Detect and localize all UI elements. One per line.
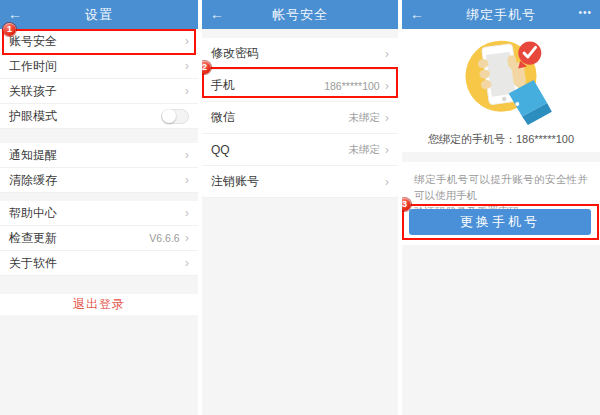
menu-label: 关于软件	[9, 255, 57, 272]
back-arrow-icon[interactable]: ←	[8, 0, 22, 29]
phone-in-hand-illustration	[443, 32, 559, 128]
change-phone-button[interactable]: 更换手机号	[409, 209, 591, 235]
chevron-right-icon: ›	[185, 59, 189, 72]
menu-item-notifications[interactable]: 通知提醒 ›	[0, 143, 198, 168]
section-divider	[0, 193, 198, 201]
menu-item-work-time[interactable]: 工作时间 ›	[0, 54, 198, 79]
menu-label: 清除缓存	[9, 172, 57, 189]
section-divider	[202, 29, 398, 38]
menu-label: 账号安全	[9, 33, 57, 50]
account-title: 帐号安全	[272, 6, 328, 24]
qq-bind-status: 未绑定	[348, 143, 380, 157]
menu-item-account-security[interactable]: 账号安全 ›	[0, 29, 198, 54]
menu-label: 注销账号	[211, 173, 259, 190]
menu-label: 手机	[211, 77, 235, 94]
account-group: 修改密码 › 手机 186*****100 › 微信 未绑定 › QQ 未绑定 …	[202, 38, 398, 198]
menu-label: 护眼模式	[9, 108, 57, 125]
tutorial-composite: ← 设置 账号安全 › 工作时间 › 关联孩子 › 护眼模式	[0, 0, 600, 415]
settings-appbar: ← 设置	[0, 0, 198, 29]
logout-button[interactable]: 退出登录	[0, 294, 198, 315]
empty-area	[202, 198, 398, 415]
menu-item-linked-child[interactable]: 关联孩子 ›	[0, 79, 198, 104]
chevron-right-icon: ›	[385, 143, 389, 156]
back-arrow-icon[interactable]: ←	[410, 0, 424, 29]
chevron-right-icon: ›	[185, 206, 189, 219]
empty-area	[0, 315, 198, 415]
menu-label: 通知提醒	[9, 147, 57, 164]
settings-title: 设置	[85, 6, 113, 24]
chevron-right-icon: ›	[185, 34, 189, 47]
chevron-right-icon: ›	[385, 111, 389, 124]
menu-label: 微信	[211, 109, 235, 126]
chevron-right-icon: ›	[185, 148, 189, 161]
menu-label: QQ	[211, 143, 230, 157]
logout-label: 退出登录	[73, 296, 125, 313]
menu-label: 修改密码	[211, 45, 259, 62]
chevron-right-icon: ›	[185, 84, 189, 97]
account-security-screen: ← 帐号安全 修改密码 › 手机 186*****100 › 微信 未绑定 ›	[202, 0, 398, 415]
section-divider	[0, 276, 198, 294]
section-divider	[0, 129, 198, 143]
menu-item-delete-account[interactable]: 注销账号 ›	[202, 166, 398, 198]
menu-label: 关联孩子	[9, 83, 57, 100]
settings-group-3: 帮助中心 › 检查更新 V6.6.6 › 关于软件 ›	[0, 201, 198, 276]
phone-number-value: 186*****100	[324, 80, 379, 92]
menu-item-help-center[interactable]: 帮助中心 ›	[0, 201, 198, 226]
account-appbar: ← 帐号安全	[202, 0, 398, 29]
menu-label: 帮助中心	[9, 205, 57, 222]
bound-phone-number-text: 您绑定的手机号：186*****100	[402, 132, 600, 147]
menu-item-check-update[interactable]: 检查更新 V6.6.6 ›	[0, 226, 198, 251]
menu-item-qq[interactable]: QQ 未绑定 ›	[202, 134, 398, 166]
bind-appbar: ← 绑定手机号 •••	[402, 0, 600, 29]
menu-item-change-password[interactable]: 修改密码 ›	[202, 38, 398, 70]
menu-item-eye-protection[interactable]: 护眼模式	[0, 104, 198, 129]
menu-item-wechat[interactable]: 微信 未绑定 ›	[202, 102, 398, 134]
menu-item-phone[interactable]: 手机 186*****100 ›	[202, 70, 398, 102]
bind-phone-screen: ← 绑定手机号 •••	[402, 0, 600, 415]
settings-group-1: 账号安全 › 工作时间 › 关联孩子 › 护眼模式	[0, 29, 198, 129]
chevron-right-icon: ›	[185, 173, 189, 186]
wechat-bind-status: 未绑定	[348, 111, 380, 125]
eye-protection-toggle-off[interactable]	[161, 109, 189, 124]
chevron-right-icon: ›	[385, 175, 389, 188]
chevron-right-icon: ›	[185, 256, 189, 269]
menu-item-clear-cache[interactable]: 清除缓存 ›	[0, 168, 198, 193]
menu-item-about[interactable]: 关于软件 ›	[0, 251, 198, 276]
chevron-right-icon: ›	[185, 231, 189, 244]
bind-title: 绑定手机号	[466, 6, 536, 24]
menu-label: 检查更新	[9, 230, 57, 247]
back-arrow-icon[interactable]: ←	[210, 0, 224, 29]
illustration-block: 您绑定的手机号：186*****100	[402, 29, 600, 152]
chevron-right-icon: ›	[385, 47, 389, 60]
settings-screen: ← 设置 账号安全 › 工作时间 › 关联孩子 › 护眼模式	[0, 0, 198, 415]
menu-label: 工作时间	[9, 58, 57, 75]
more-options-icon[interactable]: •••	[578, 0, 592, 29]
settings-group-2: 通知提醒 › 清除缓存 ›	[0, 143, 198, 193]
chevron-right-icon: ›	[385, 79, 389, 92]
version-text: V6.6.6	[149, 232, 179, 244]
